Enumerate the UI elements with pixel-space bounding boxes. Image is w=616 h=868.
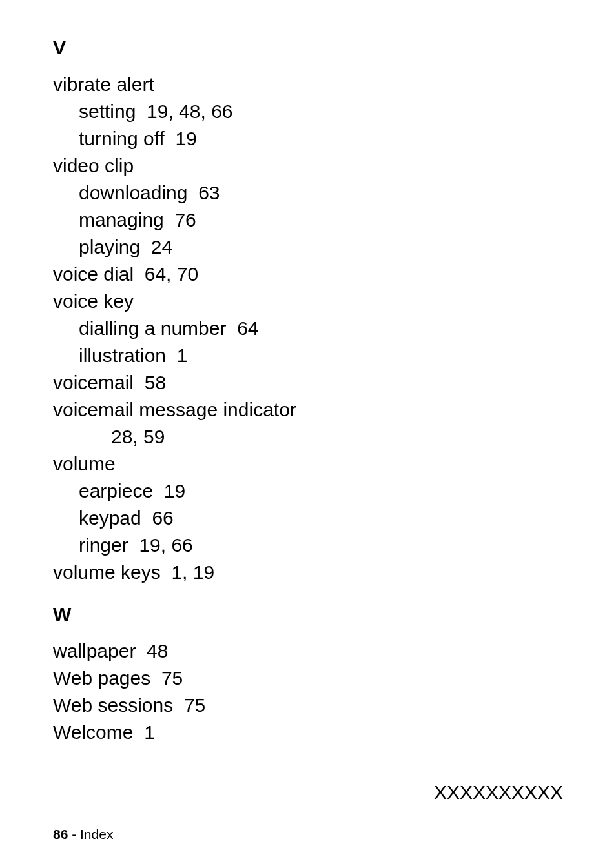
entry-pages: 64, 70 (145, 263, 198, 285)
entry-label: volume keys (53, 561, 161, 583)
subentry-pages: 19 (164, 480, 185, 501)
index-subentry-voice-key-dialling: dialling a number 64 (79, 315, 563, 342)
subentry-label: dialling a number (79, 318, 226, 339)
subentry-label: playing (79, 236, 140, 257)
subentry-pages: 24 (151, 236, 172, 257)
index-subentry-video-playing: playing 24 (79, 234, 563, 261)
index-page: V vibrate alert setting 19, 48, 66 turni… (0, 0, 616, 868)
entry-pages: 58 (145, 372, 166, 393)
subentry-pages: 63 (198, 182, 220, 203)
subentry-pages: 19, 66 (139, 534, 192, 556)
subentry-label: downloading (79, 182, 187, 203)
index-entry-volume-keys: volume keys 1, 19 (53, 559, 563, 586)
entry-pages: 48 (147, 640, 168, 661)
index-subentry-voice-key-illustration: illustration 1 (79, 342, 563, 369)
subentry-pages: 19 (176, 128, 197, 149)
subentry-pages: 19, 48, 66 (147, 101, 232, 122)
index-entry-voicemail-indicator: voicemail message indicator (53, 396, 563, 423)
index-subentry-volume-ringer: ringer 19, 66 (79, 532, 563, 559)
entry-label: Web sessions (53, 694, 173, 716)
index-entry-voice-dial: voice dial 64, 70 (53, 261, 563, 288)
index-subentry-volume-earpiece: earpiece 19 (79, 478, 563, 505)
index-subentry-video-downloading: downloading 63 (79, 179, 563, 207)
entry-label: wallpaper (53, 640, 136, 661)
entry-pages: 1, 19 (171, 561, 214, 583)
section-heading-v: V (53, 36, 563, 59)
section-heading-w: W (53, 603, 563, 626)
subentry-label: setting (79, 101, 136, 122)
index-entry-welcome: Welcome 1 (53, 719, 563, 746)
part-number: XXXXXXXXXX (434, 782, 563, 803)
subentry-label: managing (79, 209, 164, 230)
index-entry-voicemail: voicemail 58 (53, 369, 563, 396)
subentry-pages: 1 (177, 345, 188, 366)
index-entry-vibrate-alert: vibrate alert (53, 71, 563, 98)
index-entry-web-sessions: Web sessions 75 (53, 692, 563, 719)
footer-separator: - (68, 827, 80, 842)
index-subentry-volume-keypad: keypad 66 (79, 505, 563, 532)
entry-label: Welcome (53, 722, 133, 743)
entry-pages: 75 (161, 667, 183, 689)
entry-label: voice dial (53, 263, 134, 285)
index-subentry-vibrate-turning-off: turning off 19 (79, 125, 563, 152)
footer-label: Index (80, 827, 113, 842)
subentry-pages: 76 (174, 209, 196, 230)
subentry-pages: 64 (237, 318, 258, 339)
index-entry-voicemail-indicator-pages: 28, 59 (111, 423, 563, 450)
index-entry-volume: volume (53, 450, 563, 478)
index-subentry-video-managing: managing 76 (79, 207, 563, 234)
subentry-label: illustration (79, 345, 166, 366)
entry-label: voicemail (53, 372, 134, 393)
index-entry-wallpaper: wallpaper 48 (53, 638, 563, 665)
subentry-pages: 66 (152, 507, 173, 529)
index-entry-video-clip: video clip (53, 152, 563, 179)
entry-pages: 75 (184, 694, 205, 716)
index-entry-web-pages: Web pages 75 (53, 665, 563, 692)
subentry-label: turning off (79, 128, 165, 149)
index-subentry-vibrate-setting: setting 19, 48, 66 (79, 98, 563, 125)
entry-label: Web pages (53, 667, 150, 689)
footer-page-number: 86 (53, 827, 68, 842)
page-footer: 86 - Index (53, 827, 113, 842)
entry-pages: 1 (144, 722, 155, 743)
subentry-label: keypad (79, 507, 141, 529)
subentry-label: ringer (79, 534, 128, 556)
index-entry-voice-key: voice key (53, 288, 563, 315)
subentry-label: earpiece (79, 480, 153, 501)
